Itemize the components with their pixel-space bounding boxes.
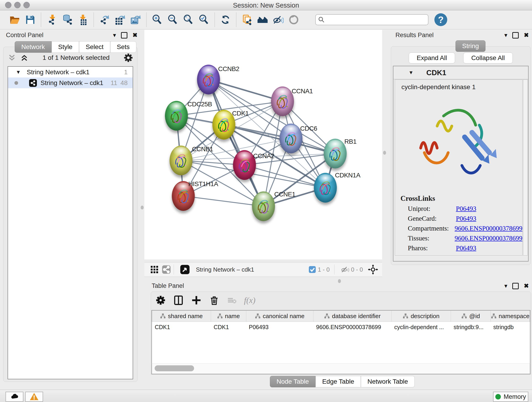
crosslink-link[interactable]: P06493 bbox=[456, 215, 476, 222]
network-collection-row[interactable]: ▼ String Network – cdk1 1 bbox=[8, 67, 133, 77]
cloud-button[interactable] bbox=[6, 392, 23, 402]
selected-checkbox-icon[interactable] bbox=[309, 266, 316, 273]
collapse-all-button[interactable]: Collapse All bbox=[463, 52, 513, 64]
tab-node-table[interactable]: Node Table bbox=[270, 376, 316, 387]
close-panel-icon[interactable]: ✖ bbox=[133, 32, 138, 39]
tab-edge-table[interactable]: Edge Table bbox=[316, 376, 361, 387]
delete-column-icon[interactable] bbox=[208, 294, 220, 306]
zoom-out-icon[interactable] bbox=[166, 13, 179, 26]
table-cell[interactable]: stringdb bbox=[491, 322, 530, 332]
memory-button[interactable]: Memory bbox=[493, 392, 528, 402]
table-options-gear-icon[interactable] bbox=[155, 294, 167, 306]
table-horizontal-scrollbar[interactable] bbox=[152, 364, 530, 374]
panel-menu-icon[interactable]: ▾ bbox=[113, 32, 116, 39]
table-cell[interactable]: CDK1 bbox=[152, 322, 211, 332]
collection-expander-icon[interactable]: ▼ bbox=[16, 69, 21, 75]
float-panel-icon[interactable] bbox=[512, 283, 519, 289]
fit-content-crosshair-icon[interactable] bbox=[368, 264, 378, 274]
network-node-CDK1[interactable] bbox=[212, 110, 235, 140]
table-cell[interactable]: P06493 bbox=[246, 322, 313, 332]
help-button[interactable]: ? bbox=[434, 13, 447, 26]
network-node-CCNA2[interactable] bbox=[233, 150, 256, 180]
column-header-namespace[interactable]: namespace bbox=[491, 311, 530, 322]
zoom-in-icon[interactable] bbox=[151, 13, 164, 26]
expand-all-icon[interactable] bbox=[20, 53, 29, 62]
tab-string[interactable]: String bbox=[456, 40, 486, 52]
table-cell[interactable]: cyclin-dependent ... bbox=[392, 322, 451, 332]
export-network-icon[interactable] bbox=[98, 13, 111, 26]
scrollbar-thumb[interactable] bbox=[155, 365, 194, 371]
crosslink-link[interactable]: 9606.ENSP00000378699 bbox=[455, 235, 522, 242]
tab-sets[interactable]: Sets bbox=[110, 41, 136, 53]
node-highlight bbox=[283, 125, 299, 134]
panel-menu-icon[interactable]: ▾ bbox=[504, 282, 507, 289]
export-image-icon[interactable] bbox=[129, 13, 142, 26]
open-session-icon[interactable] bbox=[8, 13, 21, 26]
add-column-icon[interactable] bbox=[190, 294, 202, 306]
network-node-CCNB1[interactable] bbox=[170, 146, 192, 175]
home-networks-icon[interactable] bbox=[256, 13, 269, 26]
network-canvas[interactable]: CCNB2 CCNA1 CDC25B CDK1 CDC6 RB1 CCNB1 C… bbox=[144, 30, 382, 259]
refresh-layout-icon[interactable] bbox=[219, 13, 232, 26]
column-header-shared-name[interactable]: shared name bbox=[152, 311, 211, 322]
hide-selected-icon[interactable] bbox=[272, 13, 285, 26]
import-network-file-icon[interactable] bbox=[45, 13, 58, 26]
tab-style[interactable]: Style bbox=[51, 41, 79, 53]
tab-select[interactable]: Select bbox=[79, 41, 110, 53]
zoom-selected-icon[interactable] bbox=[197, 13, 210, 26]
import-network-database-icon[interactable] bbox=[61, 13, 74, 26]
vertical-splitter-handle[interactable] bbox=[141, 206, 144, 210]
zoom-fit-icon[interactable] bbox=[182, 13, 195, 26]
expand-all-button[interactable]: Expand All bbox=[409, 52, 455, 64]
crosslink-link[interactable]: P06493 bbox=[456, 244, 476, 252]
string-network-badge-icon[interactable] bbox=[162, 265, 171, 274]
crosslink-link[interactable]: P06493 bbox=[456, 205, 476, 212]
network-node-CDKN1A[interactable] bbox=[314, 173, 337, 203]
tab-network[interactable]: Network bbox=[15, 41, 51, 53]
column-header-name[interactable]: name bbox=[211, 311, 246, 322]
float-panel-icon[interactable] bbox=[512, 32, 519, 38]
network-node-CCNB2[interactable] bbox=[197, 65, 220, 95]
edge-CCNE1-HIST1H1A[interactable] bbox=[183, 196, 264, 206]
export-table-icon[interactable] bbox=[114, 13, 127, 26]
tab-network-table[interactable]: Network Table bbox=[361, 376, 415, 387]
crosslink-link[interactable]: 9606.ENSP00000378699 bbox=[455, 225, 522, 232]
results-scrollbar[interactable] bbox=[523, 80, 528, 255]
close-panel-icon[interactable]: ✖ bbox=[524, 282, 529, 289]
save-session-icon[interactable] bbox=[24, 13, 37, 26]
share-document-icon[interactable] bbox=[241, 13, 253, 26]
birdseye-view-icon[interactable] bbox=[180, 264, 190, 274]
hidden-eye-slash-icon[interactable] bbox=[341, 265, 349, 274]
network-node-RB1[interactable] bbox=[324, 139, 347, 168]
search-box[interactable] bbox=[315, 14, 428, 25]
table-row[interactable]: CDK1CDK1P064939606.ENSP00000378699cyclin… bbox=[152, 322, 530, 332]
network-node-CCNE1[interactable] bbox=[252, 191, 275, 221]
node-table: shared namenamecanonical namedatabase id… bbox=[152, 310, 530, 364]
collapse-all-icon[interactable] bbox=[7, 53, 16, 62]
column-header-description[interactable]: description bbox=[392, 311, 451, 322]
table-cell[interactable]: 9606.ENSP00000378699 bbox=[313, 322, 392, 332]
show-columns-icon[interactable] bbox=[172, 294, 184, 306]
close-panel-icon[interactable]: ✖ bbox=[524, 32, 529, 39]
column-header-database-identifier[interactable]: database identifier bbox=[313, 311, 392, 322]
float-panel-icon[interactable] bbox=[121, 32, 127, 38]
vertical-splitter-handle[interactable] bbox=[383, 151, 386, 155]
network-options-gear-icon[interactable] bbox=[123, 53, 133, 63]
protein-card: ▼ CDK1 cyclin-dependent kinase 1 bbox=[393, 66, 529, 262]
import-table-icon[interactable] bbox=[76, 13, 89, 26]
column-header-@id[interactable]: @id bbox=[451, 311, 491, 322]
table-cell[interactable]: stringdb:9... bbox=[451, 322, 491, 332]
table-cell[interactable]: CDK1 bbox=[211, 322, 246, 332]
network-node-CDC6[interactable] bbox=[279, 123, 302, 153]
network-node-CCNA1[interactable] bbox=[271, 86, 294, 116]
show-hidden-icon[interactable] bbox=[287, 13, 300, 26]
search-input[interactable] bbox=[325, 16, 426, 23]
protein-expander-icon[interactable]: ▼ bbox=[409, 70, 413, 76]
grid-view-icon[interactable] bbox=[150, 265, 158, 274]
protein-structure-image bbox=[411, 97, 507, 188]
network-row[interactable]: String Network – cdk1 11 48 bbox=[8, 77, 133, 88]
warnings-button[interactable] bbox=[25, 392, 43, 402]
panel-menu-icon[interactable]: ▾ bbox=[504, 32, 507, 39]
network-node-CDC25B[interactable] bbox=[165, 101, 188, 131]
column-header-canonical-name[interactable]: canonical name bbox=[246, 311, 313, 322]
